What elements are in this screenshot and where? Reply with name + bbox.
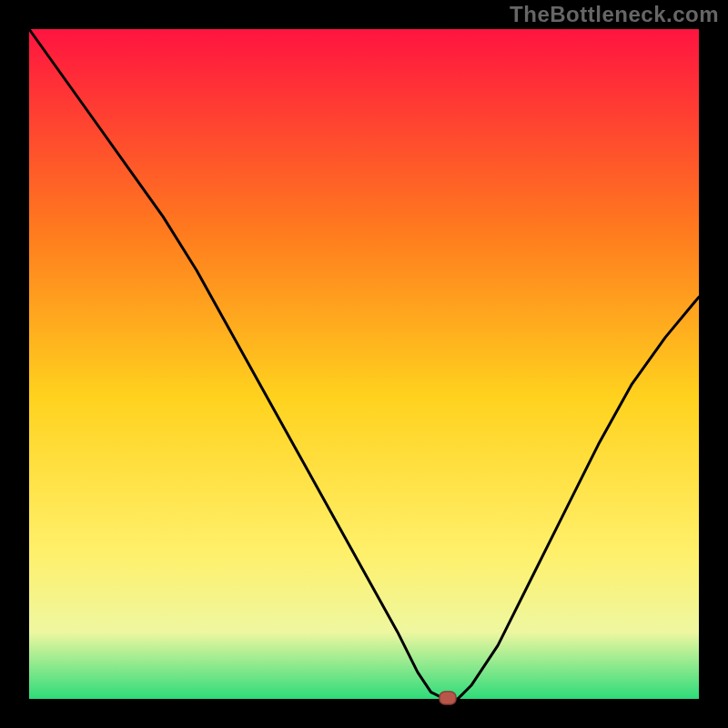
optimum-marker [440, 692, 456, 704]
chart-frame: { "watermark": "TheBottleneck.com", "col… [0, 0, 728, 728]
plot-background [29, 29, 699, 699]
watermark-text: TheBottleneck.com [510, 2, 719, 27]
bottleneck-chart [0, 0, 728, 728]
